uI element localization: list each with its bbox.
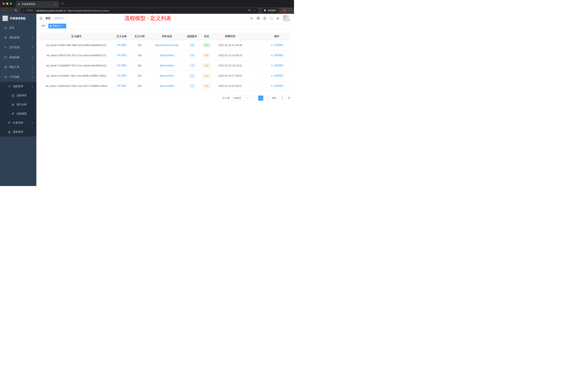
breadcrumb-home[interactable]: 首页	[45, 17, 51, 20]
form-link[interactable]: /bpm/oa/flow	[160, 85, 174, 87]
col-process-version: 流程版本	[185, 33, 199, 40]
browser-tab-strip: 芋道管理系统 × + ⌄	[0, 0, 294, 7]
bookmark-star-icon[interactable]: ☆	[253, 9, 257, 12]
definition-category: OA	[131, 40, 149, 50]
avatar[interactable]	[283, 15, 289, 22]
form-link[interactable]: /bpm/oa/flow	[160, 54, 174, 57]
zoom-window-button[interactable]	[10, 2, 12, 5]
assign-rule-link[interactable]: 分配规则	[271, 84, 283, 88]
definition-name-link[interactable]: OA 请假	[117, 64, 126, 67]
kebab-menu-icon[interactable]: ⋮	[288, 9, 290, 12]
assign-rule-link[interactable]: 分配规则	[271, 54, 283, 57]
next-page-button[interactable]: ›	[265, 96, 270, 101]
col-definition-category: 定义分类	[131, 33, 149, 40]
sidebar-item-user-group[interactable]: 用户分组	[0, 100, 36, 109]
table-header-row: 定义编号 定义名称 定义分类 表单信息 流程版本 状态 部署时间 操作	[40, 33, 290, 40]
tag-close-icon[interactable]: ×	[62, 25, 64, 27]
version-badge: v2	[189, 74, 195, 78]
navbar: 首页 / 流程定义 流程模型 - 定义列表 tT	[36, 14, 294, 23]
col-definition-id: 定义编号	[40, 33, 113, 40]
table-row: oa_leave:5:004b710b-7b8a-11ec-8ef0-acde4…	[40, 40, 290, 50]
send-icon	[11, 112, 14, 115]
prev-page-button[interactable]: ‹	[251, 96, 256, 101]
user-icon	[271, 44, 273, 46]
sidebar-item-workflow[interactable]: 工作流程 ▴	[0, 72, 36, 82]
incognito-icon	[263, 9, 266, 12]
chevron-down-icon: ▾	[32, 66, 33, 68]
table-row: oa_leave:3:1fad3d93-7b75-11ec-a3c8-acde4…	[40, 60, 290, 71]
url-omnibox[interactable]: ⚠ 不安全 dashboard.yudao.iocoder.cn /bpm/ma…	[20, 8, 259, 13]
back-icon[interactable]: ←	[2, 8, 7, 13]
table-row: oa_leave:2:3c1f0ef1-76b1-11ec-9c66-a2380…	[40, 71, 290, 81]
minimize-window-button[interactable]	[6, 2, 8, 5]
sidebar-item-process-form[interactable]: 流程表单	[0, 91, 36, 100]
deploy-time: 2022-01-16 17:46:53	[214, 71, 247, 81]
chevron-up-icon: ▴	[32, 76, 33, 78]
new-tab-button[interactable]: +	[60, 1, 65, 6]
browser-tab[interactable]: 芋道管理系统 ×	[16, 1, 59, 7]
user-icon	[271, 75, 273, 77]
gear-icon: ⚙	[4, 36, 7, 39]
fullscreen-icon[interactable]	[269, 16, 274, 21]
chevron-down-icon[interactable]: ⌄	[290, 1, 292, 4]
current-page-button[interactable]: 1	[258, 96, 263, 101]
status-badge: 挂起	[202, 73, 211, 78]
tag-process-definition[interactable]: 流程定义 ×	[48, 24, 66, 28]
forward-icon[interactable]: →	[8, 8, 13, 13]
sidebar-item-payment-mgmt[interactable]: ¥ 支付管理 ▾	[0, 43, 36, 52]
user-icon	[271, 54, 273, 56]
col-definition-name: 定义名称	[113, 33, 131, 40]
breadcrumb-current: 流程定义	[54, 17, 64, 20]
dashboard-icon	[4, 26, 7, 30]
sidebar-item-task-mgmt[interactable]: 任务管理 ▾	[0, 118, 36, 127]
pagination: 共 5 条 10条/页 ▼ ‹ 1 › 前往 页	[40, 96, 290, 101]
search-icon[interactable]	[249, 16, 254, 21]
tag-home[interactable]: 首页	[40, 24, 47, 28]
deploy-time: 2022-01-22 19:19:11	[214, 60, 247, 71]
definition-category: OA	[131, 71, 149, 81]
definition-category: OA	[131, 50, 149, 60]
font-size-icon[interactable]: tT	[275, 16, 281, 21]
hamburger-icon[interactable]	[36, 17, 45, 20]
deploy-time: 2022-01-16 01:40:51	[214, 81, 247, 91]
sidebar-item-dev-tools[interactable]: 研发工具 ▾	[0, 62, 36, 72]
assign-rule-link[interactable]: 分配规则	[271, 64, 283, 67]
user-icon	[271, 85, 273, 87]
definition-id: oa_leave:5:004b710b-7b8a-11ec-8ef0-acde4…	[40, 40, 113, 50]
github-icon[interactable]	[255, 16, 261, 21]
sidebar-item-system-mgmt[interactable]: ⚙ 系统管理 ▾	[0, 33, 36, 43]
reload-icon[interactable]: ↻	[13, 8, 19, 13]
definition-name-link[interactable]: OA 请假	[117, 54, 126, 57]
status-badge: 挂起	[202, 53, 211, 58]
security-label: 不安全	[26, 9, 33, 12]
version-badge: v5	[189, 43, 195, 47]
definition-name-link[interactable]: OA 请假	[117, 44, 126, 46]
sidebar-item-process-model[interactable]: 流程模型	[0, 109, 36, 118]
key-icon[interactable]	[248, 9, 252, 12]
tab-close-icon[interactable]: ×	[54, 3, 57, 6]
user-avatar-menu[interactable]: ▾	[283, 15, 291, 22]
document-icon	[11, 94, 14, 97]
assign-rule-link[interactable]: 分配规则	[271, 44, 283, 47]
assign-rule-link[interactable]: 分配规则	[271, 74, 283, 77]
definition-name-link[interactable]: OA 请假	[117, 84, 126, 87]
goto-page-input[interactable]	[279, 96, 286, 101]
sidebar-item-home[interactable]: 首页	[0, 23, 36, 33]
sidebar-item-infrastructure[interactable]: 基础设施 ▾	[0, 52, 36, 62]
definition-name-link[interactable]: OA 请假	[117, 74, 126, 77]
form-link[interactable]: /bpm/oa/leave/create	[155, 44, 179, 47]
not-secure-warning-icon[interactable]: ⚠	[22, 9, 25, 12]
page-content: 定义编号 定义名称 定义分类 表单信息 流程版本 状态 部署时间 操作 oa_l…	[36, 29, 294, 186]
help-icon[interactable]	[262, 16, 267, 21]
deploy-time: 2022-01-22 21:48:38	[214, 40, 247, 50]
page-size-select[interactable]: 10条/页 ▼	[232, 96, 250, 101]
status-badge: 挂起	[202, 84, 211, 88]
form-link[interactable]: /bpm/oa/flow	[160, 74, 174, 77]
users-icon	[11, 103, 14, 106]
chevron-down-icon: ▾	[32, 122, 33, 124]
sidebar-item-process-mgmt[interactable]: 流程管理 ▴	[0, 82, 36, 91]
form-link[interactable]: /bpm/oa/flow	[160, 64, 174, 67]
browser-update-menu[interactable]: 更新 ⋮	[280, 8, 292, 13]
close-window-button[interactable]	[2, 2, 5, 5]
sidebar-item-leave-query[interactable]: 请假查询	[0, 127, 36, 136]
